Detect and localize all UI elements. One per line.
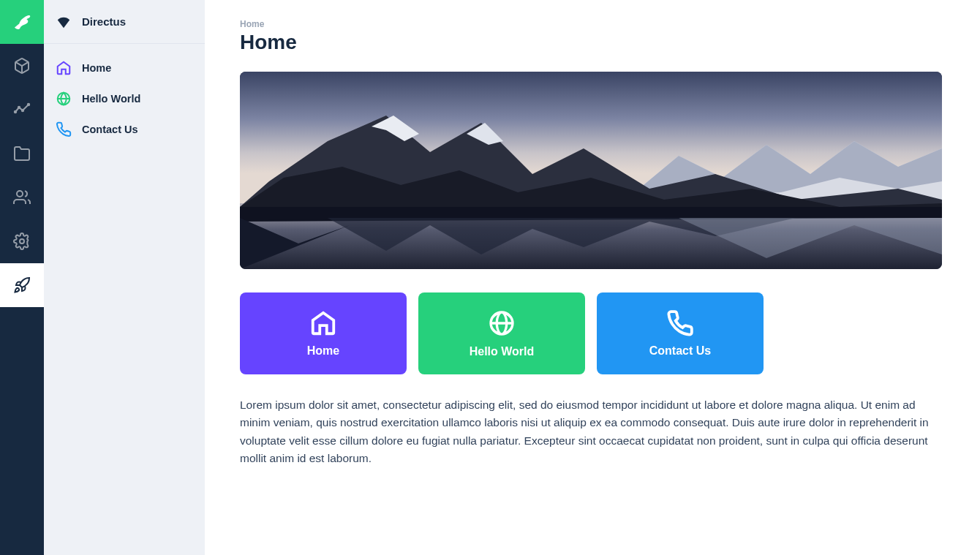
svg-point-5 xyxy=(17,191,23,197)
insights-module[interactable] xyxy=(0,88,44,132)
home-icon xyxy=(56,60,72,76)
phone-icon xyxy=(666,309,694,337)
svg-point-3 xyxy=(22,110,23,111)
body-text: Lorem ipsum dolor sit amet, consectetur … xyxy=(240,396,942,468)
content-module[interactable] xyxy=(0,44,44,88)
users-module[interactable] xyxy=(0,175,44,219)
rabbit-icon xyxy=(11,11,33,33)
nav-sidebar: Directus Home Hello World Contact Us xyxy=(44,0,205,555)
home-icon xyxy=(309,309,337,337)
nav-item-label: Contact Us xyxy=(82,124,138,135)
svg-point-1 xyxy=(15,111,16,113)
card-contact-us[interactable]: Contact Us xyxy=(597,292,764,374)
people-icon xyxy=(13,189,31,206)
nav-item-label: Hello World xyxy=(82,93,140,105)
card-hello-world[interactable]: Hello World xyxy=(418,292,585,374)
nav-list: Home Hello World Contact Us xyxy=(44,44,205,154)
breadcrumb: Home xyxy=(240,19,945,29)
svg-point-6 xyxy=(20,239,24,243)
project-name: Directus xyxy=(82,15,126,28)
module-bar xyxy=(0,0,44,555)
card-home[interactable]: Home xyxy=(240,292,407,374)
nav-item-label: Home xyxy=(82,62,111,74)
nav-item-hello-world[interactable]: Hello World xyxy=(44,83,205,114)
nav-item-home[interactable]: Home xyxy=(44,53,205,83)
phone-icon xyxy=(56,121,72,137)
main-content: Home Home xyxy=(205,0,980,555)
hero-image xyxy=(240,72,942,269)
rocket-icon xyxy=(13,276,31,294)
globe-icon xyxy=(487,309,516,338)
cards-row: Home Hello World Contact Us xyxy=(240,292,945,374)
folder-icon xyxy=(13,145,31,162)
svg-point-4 xyxy=(28,104,29,105)
gear-icon xyxy=(13,233,31,250)
box-icon xyxy=(13,57,31,75)
svg-point-2 xyxy=(18,107,20,108)
nav-item-contact-us[interactable]: Contact Us xyxy=(44,114,205,145)
nav-header: Directus xyxy=(44,0,205,44)
card-label: Home xyxy=(307,344,339,358)
globe-icon xyxy=(56,91,72,107)
module-bar-bottom xyxy=(0,263,44,307)
files-module[interactable] xyxy=(0,132,44,175)
launch-module[interactable] xyxy=(0,263,44,307)
logo[interactable] xyxy=(0,0,44,44)
wifi-icon xyxy=(56,14,72,30)
card-label: Hello World xyxy=(470,345,535,358)
card-label: Contact Us xyxy=(649,344,711,358)
settings-module[interactable] xyxy=(0,219,44,263)
page-title: Home xyxy=(240,31,945,54)
chart-icon xyxy=(13,101,31,118)
